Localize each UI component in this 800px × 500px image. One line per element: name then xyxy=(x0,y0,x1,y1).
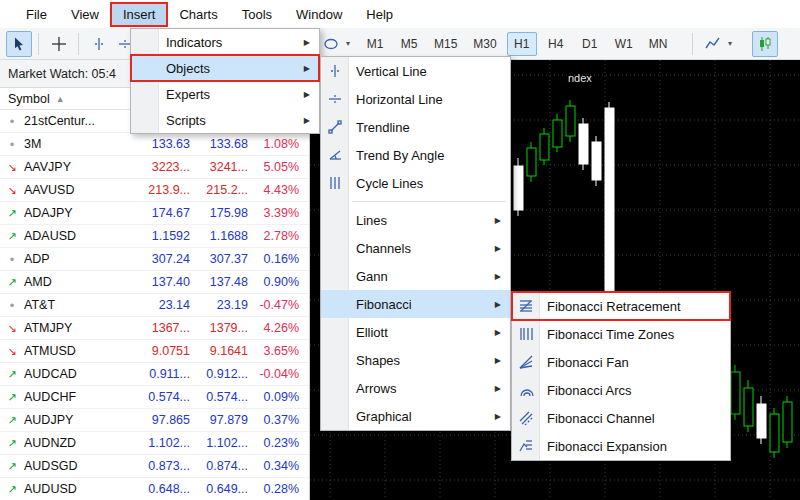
symbol-cell: AT&T xyxy=(24,298,116,312)
menu-item-fibonacci[interactable]: Fibonacci▶ xyxy=(321,290,510,318)
menu-item-lines[interactable]: Lines▶ xyxy=(321,206,510,234)
table-row-adajpy[interactable]: ↗ADAJPY174.67175.983.39% xyxy=(0,202,309,225)
change-cell: 0.28% xyxy=(248,482,299,496)
vertical-line-tool-button[interactable] xyxy=(86,31,112,57)
candlestick-chart-button[interactable] xyxy=(752,31,778,57)
timeframe-d1[interactable]: D1 xyxy=(575,32,605,56)
menubar-item-insert[interactable]: Insert xyxy=(111,3,168,26)
menubar-item-view[interactable]: View xyxy=(59,3,111,26)
menu-item-fibonacci-expansion[interactable]: Fibonacci Expansion xyxy=(512,432,730,460)
timeframe-m1[interactable]: M1 xyxy=(360,32,390,56)
menu-item-label: Lines xyxy=(356,213,487,228)
timeframe-h4[interactable]: H4 xyxy=(541,32,571,56)
menu-item-trend-by-angle[interactable]: Trend By Angle xyxy=(321,141,510,169)
table-row-adp[interactable]: •ADP307.24307.370.16% xyxy=(0,248,309,271)
fib-fan-icon xyxy=(512,354,539,370)
table-row-audsgd[interactable]: ↗AUDSGD0.873...0.874...0.34% xyxy=(0,455,309,478)
submenu-arrow-icon: ▶ xyxy=(304,90,310,99)
menu-item-objects[interactable]: Objects▶ xyxy=(131,55,319,81)
menu-item-scripts[interactable]: Scripts▶ xyxy=(131,107,319,133)
timeframe-m5[interactable]: M5 xyxy=(394,32,424,56)
menu-item-label: Indicators xyxy=(166,35,296,50)
change-cell: 0.09% xyxy=(248,390,299,404)
table-row-amd[interactable]: ↗AMD137.40137.480.90% xyxy=(0,271,309,294)
ask-cell: 137.48 xyxy=(190,275,248,289)
menubar-item-help[interactable]: Help xyxy=(354,3,405,26)
menu-item-fibonacci-channel[interactable]: Fibonacci Channel xyxy=(512,404,730,432)
table-row-aavusd[interactable]: ↘AAVUSD213.9...215.2...4.43% xyxy=(0,179,309,202)
menu-item-indicators[interactable]: Indicators▶ xyxy=(131,29,319,55)
change-cell: 0.23% xyxy=(248,436,299,450)
menubar-item-window[interactable]: Window xyxy=(284,3,354,26)
candle xyxy=(566,106,575,136)
symbol-cell: ATMJPY xyxy=(24,321,116,335)
table-row-3m[interactable]: •3M133.63133.681.08% xyxy=(0,133,309,156)
candle xyxy=(527,148,536,176)
table-row-audnzd[interactable]: ↗AUDNZD1.102...1.102...0.23% xyxy=(0,432,309,455)
menu-item-label: Gann xyxy=(356,269,487,284)
down-arrow-icon: ↘ xyxy=(0,184,24,197)
change-cell: -0.04% xyxy=(248,367,299,381)
bid-cell: 174.67 xyxy=(116,206,190,220)
shapes-dropdown-caret[interactable]: ▾ xyxy=(346,39,350,48)
crosshair-tool-button[interactable] xyxy=(46,31,72,57)
menu-item-fibonacci-arcs[interactable]: Fibonacci Arcs xyxy=(512,376,730,404)
crosshair-icon xyxy=(51,36,67,52)
timeframe-m15[interactable]: M15 xyxy=(428,32,463,56)
ask-cell: 0.574... xyxy=(190,390,248,404)
table-row-audjpy[interactable]: ↗AUDJPY97.86597.8790.37% xyxy=(0,409,309,432)
menu-item-label: Fibonacci Retracement xyxy=(547,299,721,314)
table-row-adausd[interactable]: ↗ADAUSD1.15921.16882.78% xyxy=(0,225,309,248)
bid-cell: 133.63 xyxy=(116,137,190,151)
menu-item-gann[interactable]: Gann▶ xyxy=(321,262,510,290)
ask-cell: 175.98 xyxy=(190,206,248,220)
table-row-at-t[interactable]: •AT&T23.1423.19-0.47% xyxy=(0,294,309,317)
timeframe-w1[interactable]: W1 xyxy=(609,32,639,56)
timeframe-m30[interactable]: M30 xyxy=(467,32,502,56)
menu-item-label: Trendline xyxy=(356,120,501,135)
chart-type-caret[interactable]: ▾ xyxy=(728,39,732,48)
menu-separator xyxy=(352,201,506,202)
menu-item-fibonacci-time-zones[interactable]: Fibonacci Time Zones xyxy=(512,320,730,348)
ask-cell: 0.874... xyxy=(190,459,248,473)
timeframe-mn[interactable]: MN xyxy=(643,32,674,56)
menu-item-shapes[interactable]: Shapes▶ xyxy=(321,346,510,374)
up-arrow-icon: ↗ xyxy=(0,483,24,496)
menu-item-cycle-lines[interactable]: Cycle Lines xyxy=(321,169,510,197)
menu-item-fibonacci-retracement[interactable]: Fibonacci Retracement xyxy=(512,292,730,320)
change-cell: 3.39% xyxy=(248,206,299,220)
up-arrow-icon: ↗ xyxy=(0,437,24,450)
menu-item-horizontal-line[interactable]: Horizontal Line xyxy=(321,85,510,113)
menubar-item-charts[interactable]: Charts xyxy=(167,3,229,26)
line-chart-type-button[interactable] xyxy=(700,31,726,57)
candle xyxy=(757,404,766,438)
shapes-tool-button[interactable] xyxy=(318,31,344,57)
menu-item-graphical[interactable]: Graphical▶ xyxy=(321,402,510,430)
menubar-item-file[interactable]: File xyxy=(14,3,59,26)
menubar-item-tools[interactable]: Tools xyxy=(230,3,284,26)
table-row-aavjpy[interactable]: ↘AAVJPY3223...3241...5.05% xyxy=(0,156,309,179)
fib-expansion-icon xyxy=(512,438,539,454)
fib-channel-icon xyxy=(512,410,539,426)
cursor-tool-button[interactable] xyxy=(6,31,32,57)
table-row-audchf[interactable]: ↗AUDCHF0.574...0.574...0.09% xyxy=(0,386,309,409)
menu-item-vertical-line[interactable]: Vertical Line xyxy=(321,57,510,85)
submenu-arrow-icon: ▶ xyxy=(495,216,501,225)
menu-item-channels[interactable]: Channels▶ xyxy=(321,234,510,262)
menu-item-label: Cycle Lines xyxy=(356,176,501,191)
table-row-atmusd[interactable]: ↘ATMUSD9.07519.16413.65% xyxy=(0,340,309,363)
change-cell: 0.34% xyxy=(248,459,299,473)
menu-item-label: Fibonacci Time Zones xyxy=(547,327,721,342)
table-row-atmjpy[interactable]: ↘ATMJPY1367...1379...4.26% xyxy=(0,317,309,340)
table-row-audusd[interactable]: ↗AUDUSD0.648...0.649...0.28% xyxy=(0,478,309,500)
submenu-arrow-icon: ▶ xyxy=(304,38,310,47)
menu-item-experts[interactable]: Experts▶ xyxy=(131,81,319,107)
menu-item-elliott[interactable]: Elliott▶ xyxy=(321,318,510,346)
menu-item-fibonacci-fan[interactable]: Fibonacci Fan xyxy=(512,348,730,376)
timeframe-h1[interactable]: H1 xyxy=(507,32,537,56)
candle xyxy=(540,134,549,160)
menu-item-trendline[interactable]: Trendline xyxy=(321,113,510,141)
menu-item-arrows[interactable]: Arrows▶ xyxy=(321,374,510,402)
symbol-cell: 21stCentur... xyxy=(24,114,116,128)
table-row-audcad[interactable]: ↗AUDCAD0.911...0.912...-0.04% xyxy=(0,363,309,386)
